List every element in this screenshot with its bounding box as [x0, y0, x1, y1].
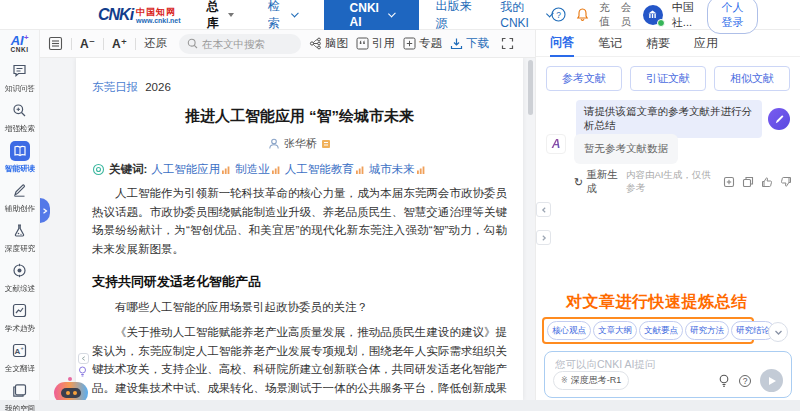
nav-jiansuo[interactable]: 检索 [268, 0, 295, 32]
cnki-logo-url: www.cnki.net [136, 17, 180, 24]
keyword-link[interactable]: 制造业 [235, 162, 281, 177]
paragraph: 有哪些人工智能的应用场景引起政协委员的关注？ [92, 298, 507, 317]
in-document-search[interactable] [179, 34, 301, 54]
sidebar-item-literature-review[interactable]: 文献综述 [4, 261, 36, 294]
fullscreen-icon[interactable] [501, 37, 514, 50]
sidebar-expand-handle[interactable] [40, 198, 50, 223]
chat-input-toolbar: ※ 深度思考-R1 ? [553, 369, 783, 392]
mascot-collapse-button[interactable] [78, 353, 89, 364]
mindmap-button[interactable]: 脑图 [309, 36, 348, 51]
document-author-line: 张华桥 [92, 136, 507, 151]
chevron-down-icon [774, 328, 783, 337]
outline-list-icon[interactable] [48, 36, 63, 51]
model-sparkle-icon: ※ [561, 376, 568, 385]
cnki-logo[interactable]: CNKi 中国知网 www.cnki.net [98, 6, 181, 24]
document-title: 推进人工智能应用 “智”绘城市未来 [92, 107, 507, 126]
ai-message-row: A 暂无参考文献数据 [546, 134, 740, 164]
member-link[interactable]: 会员 [621, 1, 634, 29]
author-doc-icon [321, 139, 331, 149]
sidebar-item-deep-research[interactable]: 深度研究 [4, 221, 36, 254]
font-decrease-button[interactable]: A⁻ [80, 37, 95, 51]
download-button[interactable]: 下载 [450, 36, 489, 51]
org-avatar[interactable] [643, 5, 663, 25]
personal-login-button[interactable]: 个人登录 [707, 0, 758, 34]
sidebar-ai-cnki-logo: AI+ CNKI [11, 34, 29, 54]
keyword-trend-icon [355, 165, 365, 175]
keyword-link[interactable]: 人工智能教育 [285, 162, 365, 177]
pill-literature-points[interactable]: 文献要点 [639, 321, 683, 340]
sidebar-item-knowledge-qa[interactable]: 知识问答 [4, 61, 36, 94]
keyword-link[interactable]: 城市未来 [369, 162, 426, 177]
nav-zongku[interactable]: 总库 [207, 0, 234, 32]
regenerate-button[interactable]: ↻ 重新生成 [574, 168, 621, 196]
panel-prev-button[interactable] [536, 202, 551, 217]
copy-icon[interactable] [742, 176, 754, 188]
chat-input-box[interactable]: ※ 深度思考-R1 ? [544, 351, 792, 398]
source-journal-link[interactable]: 东莞日报 [92, 81, 138, 93]
refresh-icon: ↻ [574, 176, 583, 189]
user-pen-icon [774, 114, 785, 125]
send-arrow-icon [769, 377, 776, 385]
similar-docs-button[interactable]: 相似文献 [714, 66, 790, 91]
panel-tabs: 问答 笔记 精要 应用 [536, 30, 800, 57]
keywords-label: 关键词: [109, 162, 147, 177]
sidebar-item-my-space[interactable]: 我的空间 [4, 381, 36, 411]
document-toolbar: A⁻ A⁺ 还原 脑图 引用 专题 下载 [40, 30, 535, 58]
section-heading: 支持共同研发适老化智能产品 [92, 273, 507, 291]
thumbs-down-icon[interactable] [780, 176, 792, 188]
citations-button[interactable]: 引证文献 [630, 66, 706, 91]
user-message-bubble: 请提供该篇文章的参考文献并进行分析总结 [576, 100, 762, 138]
tab-apps[interactable]: 应用 [694, 30, 718, 57]
font-increase-button[interactable]: A⁺ [112, 37, 127, 51]
topic-button[interactable]: 专题 [403, 36, 442, 51]
add-to-note-icon[interactable] [723, 176, 735, 188]
sidebar-item-smart-reading[interactable]: 智能研读 [4, 141, 36, 174]
document-scrollbar[interactable] [528, 60, 533, 115]
mascot-bulb-icon[interactable] [78, 366, 87, 377]
cite-button[interactable]: 引用 [356, 36, 395, 51]
keyword-trend-icon [271, 165, 281, 175]
flask-icon [10, 221, 30, 241]
sidebar-item-enhanced-search[interactable]: 增强检索 [4, 101, 36, 134]
nav-cnki-ai[interactable]: CNKI AI [324, 0, 420, 30]
pill-core-viewpoints[interactable]: 核心观点 [547, 321, 591, 340]
pill-research-methods[interactable]: 研究方法 [685, 321, 729, 340]
nav-my-cnki[interactable]: 我的CNKI [500, 0, 551, 30]
translate-icon: A+ [10, 341, 30, 361]
help-icon[interactable]: ? [551, 7, 566, 22]
recharge-link[interactable]: 充值 [599, 1, 612, 29]
nav-chubanlaiyuan[interactable]: 出版来源 [435, 0, 474, 32]
chevron-down-icon [291, 9, 299, 17]
sidebar-item-writing-assist[interactable]: 辅助创作 [4, 181, 36, 214]
in-document-search-input[interactable] [202, 38, 292, 50]
org-name[interactable]: 中国社... [672, 0, 698, 30]
ai-robot-mascot[interactable] [52, 380, 90, 400]
paragraph: 人工智能作为引领新一轮科技革命的核心力量，成为本届东莞两会市政协委员热议话题。市… [92, 184, 507, 259]
tab-qa[interactable]: 问答 [550, 30, 574, 57]
help-circle-icon[interactable]: ? [739, 375, 751, 387]
download-icon [450, 37, 463, 50]
sidebar-item-academic-trends[interactable]: 学术趋势 [4, 301, 36, 334]
tab-notes[interactable]: 笔记 [598, 30, 622, 57]
pill-article-outline[interactable]: 文章大纲 [593, 321, 637, 340]
bulb-icon[interactable] [718, 374, 730, 388]
author-name[interactable]: 张华桥 [284, 136, 317, 151]
sidebar-item-fulltext-translate[interactable]: A+ 全文翻译 [4, 341, 36, 374]
panel-next-button[interactable] [536, 230, 551, 245]
keyword-link[interactable]: 人工智能应用 [151, 162, 231, 177]
user-message-row: 请提供该篇文章的参考文献并进行分析总结 [576, 100, 790, 138]
thumbs-up-icon[interactable] [761, 176, 773, 188]
ai-message-actions: ↻ 重新生成 内容由AI生成，仅供参考 [574, 168, 792, 196]
notification-bell-icon[interactable] [575, 7, 590, 22]
references-button[interactable]: 参考文献 [546, 66, 622, 91]
topic-plus-icon [403, 37, 416, 50]
keyword-trend-icon [221, 165, 231, 175]
pills-collapse-button[interactable] [768, 322, 788, 342]
restore-button[interactable]: 还原 [144, 36, 167, 51]
tab-essentials[interactable]: 精要 [646, 30, 670, 57]
model-selector[interactable]: ※ 深度思考-R1 [553, 371, 629, 390]
quick-summary-pill-group: 核心观点 文章大纲 文献要点 研究方法 研究结论 [542, 317, 754, 344]
open-book-icon [10, 141, 30, 161]
send-button[interactable] [760, 369, 783, 392]
divider [103, 38, 104, 50]
